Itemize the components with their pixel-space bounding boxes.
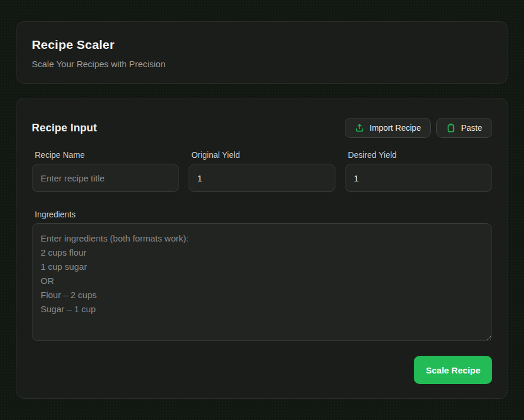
desired-yield-label: Desired Yield bbox=[348, 151, 492, 159]
actions-row: Scale Recipe bbox=[32, 356, 492, 384]
ingredients-textarea[interactable] bbox=[32, 223, 492, 341]
original-yield-input[interactable] bbox=[189, 164, 336, 192]
desired-yield-field: Desired Yield bbox=[345, 151, 492, 192]
original-yield-label: Original Yield bbox=[192, 151, 336, 159]
import-recipe-button[interactable]: Import Recipe bbox=[345, 118, 431, 138]
recipe-scaler-app: Recipe Scaler Scale Your Recipes with Pr… bbox=[17, 21, 507, 399]
recipe-name-label: Recipe Name bbox=[35, 151, 179, 159]
original-yield-field: Original Yield bbox=[189, 151, 336, 192]
toolbar: Import Recipe Paste bbox=[345, 118, 492, 138]
paste-label: Paste bbox=[461, 123, 482, 133]
import-recipe-label: Import Recipe bbox=[370, 123, 421, 133]
app-title: Recipe Scaler bbox=[32, 38, 492, 52]
ingredients-label: Ingredients bbox=[35, 210, 492, 219]
clipboard-icon bbox=[446, 123, 456, 133]
yield-fields-row: Recipe Name Original Yield Desired Yield bbox=[32, 151, 492, 192]
recipe-name-input[interactable] bbox=[32, 164, 179, 192]
ingredients-field: Ingredients bbox=[32, 210, 492, 341]
desired-yield-input[interactable] bbox=[345, 164, 492, 192]
recipe-name-field: Recipe Name bbox=[32, 151, 179, 192]
upload-icon bbox=[355, 123, 364, 133]
app-header-card: Recipe Scaler Scale Your Recipes with Pr… bbox=[17, 21, 507, 84]
recipe-input-card: Recipe Input Import Recipe bbox=[17, 98, 507, 399]
recipe-input-header-row: Recipe Input Import Recipe bbox=[32, 118, 492, 138]
scale-recipe-button[interactable]: Scale Recipe bbox=[414, 356, 492, 384]
section-title: Recipe Input bbox=[32, 122, 97, 134]
paste-button[interactable]: Paste bbox=[436, 118, 492, 138]
app-subtitle: Scale Your Recipes with Precision bbox=[32, 59, 492, 69]
